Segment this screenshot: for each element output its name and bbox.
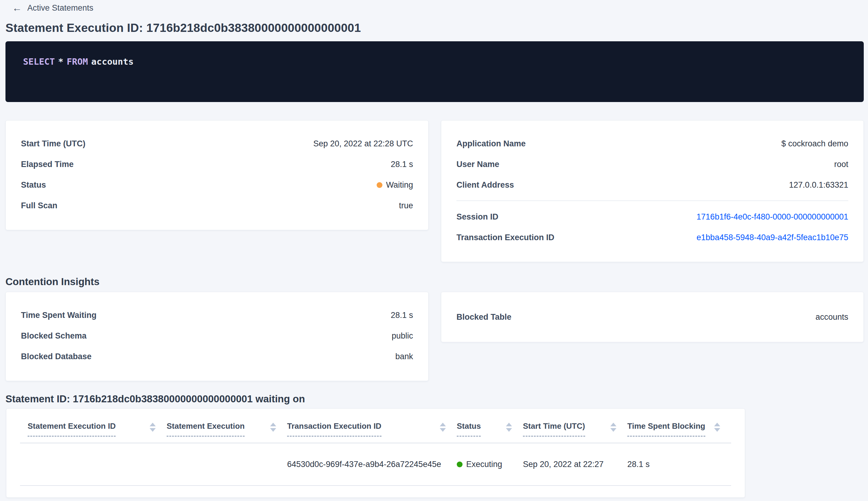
transaction-execution-id-label: Transaction Execution ID <box>456 233 554 242</box>
client-address-value: 127.0.0.1:63321 <box>789 180 848 190</box>
start-time-label: Start Time (UTC) <box>21 139 86 149</box>
breadcrumb-back-link[interactable]: ← Active Statements <box>0 0 94 13</box>
table-header-row: Statement Execution ID Statement Executi… <box>20 409 731 443</box>
sql-statement-text: SELECT*FROMaccounts <box>23 56 133 67</box>
start-time-value: Sep 20, 2022 at 22:28 UTC <box>313 139 413 149</box>
blocked-table-row: Blocked Table accounts <box>456 307 848 327</box>
sort-up-arrow-icon <box>270 423 276 426</box>
table-row: 64530d0c-969f-437e-a9b4-26a72245e45e Exe… <box>20 443 731 486</box>
status-executing-dot-icon <box>457 461 463 467</box>
sort-icon[interactable] <box>714 423 720 432</box>
column-label[interactable]: Start Time (UTC) <box>523 422 585 437</box>
blocked-schema-value: public <box>391 331 413 341</box>
user-name-row: User Name root <box>456 154 848 174</box>
full-scan-label: Full Scan <box>21 201 57 211</box>
back-arrow-icon: ← <box>12 3 22 13</box>
sort-up-arrow-icon <box>610 423 616 426</box>
full-scan-row: Full Scan true <box>21 195 413 216</box>
contention-details-card: Time Spent Waiting 28.1 s Blocked Schema… <box>6 292 428 381</box>
column-header-statement-execution[interactable]: Statement Execution <box>167 422 287 437</box>
sort-down-arrow-icon <box>270 428 276 432</box>
sort-down-arrow-icon <box>440 428 446 432</box>
time-spent-waiting-row: Time Spent Waiting 28.1 s <box>21 305 413 326</box>
application-name-row: Application Name $ cockroach demo <box>456 133 848 154</box>
waiting-on-heading: Statement ID: 1716b218dc0b38380000000000… <box>6 393 868 405</box>
client-address-row: Client Address 127.0.0.1:63321 <box>456 174 848 195</box>
session-id-label: Session ID <box>456 212 498 222</box>
row-status: Executing <box>457 460 512 469</box>
sql-table-name: accounts <box>91 56 134 67</box>
column-header-start-time[interactable]: Start Time (UTC) <box>523 422 627 437</box>
sort-down-arrow-icon <box>714 428 720 432</box>
status-waiting-dot-icon <box>377 182 382 188</box>
sort-down-arrow-icon <box>150 428 156 432</box>
cell-status: Executing <box>457 460 523 469</box>
cell-time-spent-blocking: 28.1 s <box>627 460 731 469</box>
column-header-transaction-execution-id[interactable]: Transaction Execution ID <box>287 422 457 437</box>
column-label[interactable]: Time Spent Blocking <box>627 422 705 437</box>
application-name-label: Application Name <box>456 139 526 149</box>
application-name-value: $ cockroach demo <box>781 139 848 149</box>
sort-up-arrow-icon <box>714 423 720 426</box>
column-header-status[interactable]: Status <box>457 422 523 437</box>
sort-icon[interactable] <box>610 423 616 432</box>
blocked-table-card: Blocked Table accounts <box>441 292 864 342</box>
blocked-schema-label: Blocked Schema <box>21 331 87 341</box>
time-spent-waiting-value: 28.1 s <box>391 311 413 320</box>
statement-overview-card: Start Time (UTC) Sep 20, 2022 at 22:28 U… <box>6 120 428 230</box>
transaction-execution-id-link[interactable]: e1bba458-5948-40a9-a42f-5feac1b10e75 <box>696 233 848 242</box>
status-label: Status <box>21 180 46 190</box>
overview-cards-row: Start Time (UTC) Sep 20, 2022 at 22:28 U… <box>6 120 864 262</box>
sort-up-arrow-icon <box>150 423 156 426</box>
sort-icon[interactable] <box>270 423 276 432</box>
user-name-label: User Name <box>456 160 499 169</box>
column-label[interactable]: Transaction Execution ID <box>287 422 381 437</box>
contention-cards-row: Time Spent Waiting 28.1 s Blocked Schema… <box>6 292 864 381</box>
card-divider <box>456 200 848 201</box>
time-spent-waiting-label: Time Spent Waiting <box>21 311 97 320</box>
waiting-on-table: Statement Execution ID Statement Executi… <box>6 408 745 498</box>
blocked-database-value: bank <box>395 352 413 361</box>
status-value: Waiting <box>377 180 413 190</box>
transaction-execution-id-row: Transaction Execution ID e1bba458-5948-4… <box>456 227 848 248</box>
sql-star: * <box>58 56 63 67</box>
contention-insights-heading: Contention Insights <box>6 276 868 288</box>
sort-icon[interactable] <box>150 423 156 432</box>
status-row: Status Waiting <box>21 174 413 195</box>
client-address-label: Client Address <box>456 180 514 190</box>
blocked-table-value: accounts <box>815 312 848 322</box>
sort-up-arrow-icon <box>506 423 512 426</box>
blocked-database-row: Blocked Database bank <box>21 346 413 367</box>
session-details-card: Application Name $ cockroach demo User N… <box>441 120 864 262</box>
session-id-row: Session ID 1716b1f6-4e0c-f480-0000-00000… <box>456 206 848 227</box>
blocked-database-label: Blocked Database <box>21 352 92 361</box>
page-title: Statement Execution ID: 1716b218dc0b3838… <box>6 21 868 35</box>
sort-up-arrow-icon <box>440 423 446 426</box>
start-time-row: Start Time (UTC) Sep 20, 2022 at 22:28 U… <box>21 133 413 154</box>
column-header-statement-execution-id[interactable]: Statement Execution ID <box>28 422 167 437</box>
blocked-schema-row: Blocked Schema public <box>21 326 413 346</box>
sql-statement-box: SELECT*FROMaccounts <box>6 41 864 102</box>
cell-start-time: Sep 20, 2022 at 22:27 <box>523 460 627 469</box>
session-id-link[interactable]: 1716b1f6-4e0c-f480-0000-000000000001 <box>696 212 848 222</box>
full-scan-value: true <box>399 201 413 211</box>
sort-down-arrow-icon <box>610 428 616 432</box>
column-label[interactable]: Status <box>457 422 481 437</box>
sort-icon[interactable] <box>440 423 446 432</box>
column-header-time-spent-blocking[interactable]: Time Spent Blocking <box>627 422 731 437</box>
breadcrumb-label: Active Statements <box>27 3 94 13</box>
cell-transaction-execution-id: 64530d0c-969f-437e-a9b4-26a72245e45e <box>287 460 457 469</box>
elapsed-time-row: Elapsed Time 28.1 s <box>21 154 413 174</box>
column-label[interactable]: Statement Execution ID <box>28 422 116 437</box>
sql-keyword: SELECT <box>23 56 55 67</box>
sort-icon[interactable] <box>506 423 512 432</box>
sort-down-arrow-icon <box>506 428 512 432</box>
status-text: Waiting <box>386 180 413 190</box>
user-name-value: root <box>834 160 848 169</box>
sql-keyword: FROM <box>67 56 88 67</box>
row-status-text: Executing <box>466 460 502 469</box>
elapsed-time-label: Elapsed Time <box>21 160 74 169</box>
column-label[interactable]: Statement Execution <box>167 422 245 437</box>
elapsed-time-value: 28.1 s <box>391 160 413 169</box>
blocked-table-label: Blocked Table <box>456 312 511 322</box>
